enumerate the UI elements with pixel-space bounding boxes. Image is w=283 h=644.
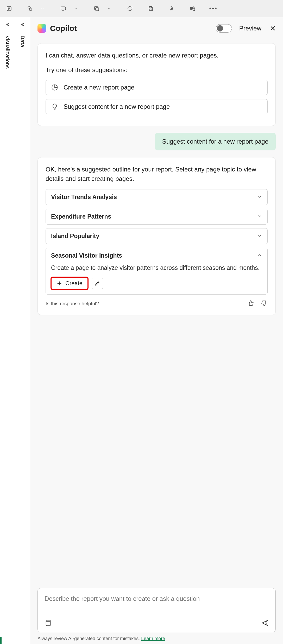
outline-item-island: Island Popularity <box>46 228 268 244</box>
collapse-visualizations-icon[interactable] <box>5 22 10 28</box>
thumbs-up-icon[interactable] <box>247 300 254 308</box>
preview-toggle[interactable] <box>216 24 232 33</box>
svg-point-4 <box>28 7 30 9</box>
suggestion-create-page-label: Create a new report page <box>64 84 134 91</box>
suggestion-suggest-content[interactable]: Suggest content for a new report page <box>46 99 268 114</box>
try-text: Try one of these suggestions: <box>46 66 268 74</box>
pie-chart-icon <box>51 84 58 91</box>
chevron-down-icon <box>257 194 262 200</box>
outline-item-visitor-trends: Visitor Trends Analysis <box>46 189 268 205</box>
outline-header-island[interactable]: Island Popularity <box>46 228 267 244</box>
copilot-logo-icon <box>37 24 46 33</box>
svg-text:T: T <box>191 7 192 10</box>
collapse-data-icon[interactable] <box>20 22 25 28</box>
send-icon[interactable] <box>261 619 269 628</box>
intro-text: I can chat, answer data questions, or cr… <box>46 51 268 60</box>
suggestion-suggest-content-label: Suggest content for a new report page <box>64 103 170 110</box>
svg-point-12 <box>193 7 194 8</box>
rail-visualizations-label[interactable]: Visualizations <box>4 35 11 69</box>
toolbar-pin-icon[interactable] <box>168 5 175 12</box>
outline-header-seasonal[interactable]: Seasonal Visitor Insights <box>46 248 267 263</box>
outline-header-expenditure[interactable]: Expenditure Patterns <box>46 209 267 224</box>
outline-body-seasonal: Create a page to analyze visitor pattern… <box>46 263 267 294</box>
toolbar-copy-dropdown[interactable] <box>105 5 113 12</box>
intro-card: I can chat, answer data questions, or cr… <box>37 43 276 126</box>
toolbar-refresh-icon[interactable] <box>126 5 134 12</box>
svg-rect-8 <box>150 7 152 8</box>
toolbar-copy-icon[interactable] <box>93 5 100 12</box>
user-message: Suggest content for a new report page <box>155 133 276 150</box>
preview-label: Preview <box>239 25 261 32</box>
outline-intro-text: OK, here's a suggested outline for your … <box>46 165 268 183</box>
feedback-text: Is this response helpful? <box>46 301 99 307</box>
create-button-label: Create <box>65 280 83 287</box>
outline-item-seasonal: Seasonal Visitor Insights Create a page … <box>46 248 268 295</box>
plus-icon <box>56 280 62 286</box>
create-button[interactable]: Create <box>51 277 88 290</box>
feedback-row: Is this response helpful? <box>46 300 268 308</box>
copilot-pane: Copilot Preview ✕ I can chat, answer dat… <box>30 17 283 644</box>
pencil-icon <box>95 280 100 286</box>
toolbar-shapes-dropdown[interactable] <box>39 5 46 12</box>
suggestion-create-page[interactable]: Create a new report page <box>46 80 268 95</box>
thumbs-down-icon[interactable] <box>261 300 268 308</box>
svg-rect-17 <box>46 620 50 626</box>
learn-more-link[interactable]: Learn more <box>141 636 165 641</box>
svg-rect-6 <box>61 7 66 10</box>
rail-data-label[interactable]: Data <box>20 35 26 47</box>
copilot-header: Copilot Preview ✕ <box>37 24 276 33</box>
disclaimer: Always review AI-generated content for m… <box>37 636 276 641</box>
top-toolbar: T ••• <box>0 0 283 17</box>
toolbar-save-icon[interactable] <box>147 5 155 12</box>
disclaimer-text: Always review AI-generated content for m… <box>37 636 141 641</box>
copilot-title: Copilot <box>50 24 212 33</box>
chevron-up-icon <box>257 253 262 259</box>
svg-rect-5 <box>29 8 32 10</box>
toolbar-screen-icon[interactable] <box>59 5 67 12</box>
toolbar-teams-icon[interactable]: T <box>188 5 196 12</box>
accent-strip <box>0 637 2 644</box>
outline-item-expenditure: Expenditure Patterns <box>46 209 268 225</box>
toolbar-more-icon[interactable]: ••• <box>209 5 217 12</box>
svg-rect-7 <box>96 8 99 11</box>
prompt-input[interactable]: Describe the report you want to create o… <box>45 594 269 612</box>
toolbar-shapes-icon[interactable] <box>26 5 34 12</box>
outline-desc-seasonal: Create a page to analyze visitor pattern… <box>51 263 262 272</box>
outline-title: Island Popularity <box>51 233 99 240</box>
toolbar-outline-icon[interactable] <box>5 5 13 12</box>
notebook-icon[interactable] <box>45 619 52 628</box>
close-icon[interactable]: ✕ <box>270 24 276 33</box>
rail-data: Data <box>15 17 30 644</box>
prompt-input-card: Describe the report you want to create o… <box>37 588 276 632</box>
toolbar-screen-dropdown[interactable] <box>72 5 80 12</box>
chevron-down-icon <box>257 233 262 239</box>
rail-visualizations: Visualizations <box>0 17 15 644</box>
chevron-down-icon <box>257 214 262 220</box>
response-card: OK, here's a suggested outline for your … <box>37 157 276 315</box>
outline-title: Seasonal Visitor Insights <box>51 252 122 259</box>
outline-header-visitor-trends[interactable]: Visitor Trends Analysis <box>46 189 267 205</box>
outline-title: Visitor Trends Analysis <box>51 194 117 201</box>
svg-rect-9 <box>150 9 152 11</box>
lightbulb-icon <box>51 103 58 110</box>
outline-title: Expenditure Patterns <box>51 213 111 220</box>
edit-button[interactable] <box>92 278 103 289</box>
